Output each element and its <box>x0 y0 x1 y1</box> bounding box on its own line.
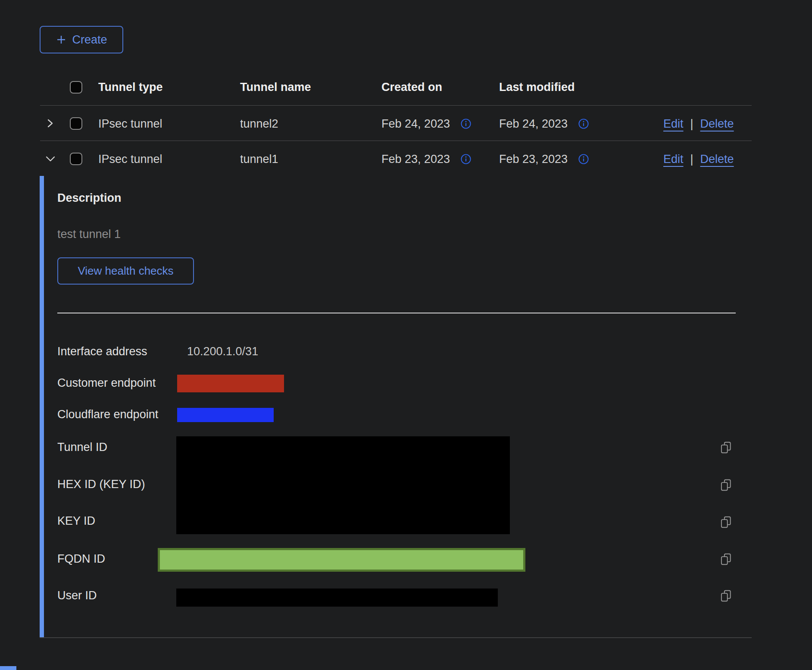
redaction-block-user-id <box>176 589 498 607</box>
column-header-tunnel-type: Tunnel type <box>98 80 163 94</box>
collapse-row-button[interactable] <box>44 153 56 166</box>
description-text: test tunnel 1 <box>57 228 121 241</box>
redaction-block-ids <box>176 436 510 534</box>
last-modified-value: Feb 23, 2023 <box>499 152 568 166</box>
info-icon[interactable] <box>578 153 589 165</box>
created-on-cell: Feb 23, 2023 <box>381 152 472 166</box>
copy-icon-user-id[interactable] <box>719 589 733 603</box>
chevron-right-icon <box>44 117 56 129</box>
field-label-key-id: KEY ID <box>57 514 95 528</box>
redaction-block-customer-endpoint <box>177 375 284 392</box>
field-label-customer-endpoint: Customer endpoint <box>57 376 156 390</box>
table-header: Tunnel type Tunnel name Created on Last … <box>40 69 752 106</box>
last-modified-cell: Feb 24, 2023 <box>499 117 589 131</box>
column-header-created-on: Created on <box>381 80 442 94</box>
column-header-last-modified: Last modified <box>499 80 575 94</box>
field-label-user-id: User ID <box>57 589 97 603</box>
field-label-tunnel-id: Tunnel ID <box>57 440 107 454</box>
action-separator: | <box>690 117 693 131</box>
last-modified-cell: Feb 23, 2023 <box>499 152 589 166</box>
expand-row-button[interactable] <box>44 117 56 130</box>
create-button[interactable]: Create <box>40 26 123 53</box>
copy-icon-hex-id[interactable] <box>719 478 733 492</box>
last-modified-value: Feb 24, 2023 <box>499 117 568 131</box>
redaction-block-fqdn-id <box>158 548 525 572</box>
created-on-value: Feb 24, 2023 <box>381 117 450 131</box>
delete-link[interactable]: Delete <box>700 152 734 166</box>
ipsec-tunnels-page: Create Tunnel type Tunnel name Created o… <box>0 0 812 670</box>
column-header-tunnel-name: Tunnel name <box>240 80 311 94</box>
view-health-checks-button[interactable]: View health checks <box>57 257 194 285</box>
row-checkbox[interactable] <box>70 117 82 130</box>
copy-icon-tunnel-id[interactable] <box>719 441 733 454</box>
create-button-label: Create <box>72 33 107 47</box>
table-row: IPsec tunnel tunnel1 Feb 23, 2023 Feb 23… <box>40 141 752 176</box>
info-icon[interactable] <box>578 118 589 129</box>
delete-link[interactable]: Delete <box>700 117 734 131</box>
expansion-indicator-bar <box>40 176 44 637</box>
redaction-block-cloudflare-endpoint <box>177 408 274 422</box>
field-value-interface-address: 10.200.1.0/31 <box>187 344 258 359</box>
row-checkbox[interactable] <box>70 153 82 165</box>
edit-link[interactable]: Edit <box>663 152 684 166</box>
tunnel-type-cell: IPsec tunnel <box>98 152 162 166</box>
copy-icon-fqdn-id[interactable] <box>719 552 733 566</box>
field-label-interface-address: Interface address <box>57 344 147 359</box>
table-row: IPsec tunnel tunnel2 Feb 24, 2023 Feb 24… <box>40 106 752 141</box>
row-actions: Edit | Delete <box>663 117 734 131</box>
expanded-tunnel-panel: Description test tunnel 1 View health ch… <box>40 176 752 638</box>
row-actions: Edit | Delete <box>663 152 734 166</box>
tunnel-name-cell: tunnel1 <box>240 152 278 166</box>
created-on-value: Feb 23, 2023 <box>381 152 450 166</box>
plus-icon <box>56 34 67 45</box>
copy-icon-key-id[interactable] <box>719 515 733 529</box>
description-heading: Description <box>57 191 122 205</box>
field-label-fqdn-id: FQDN ID <box>57 552 105 566</box>
info-icon[interactable] <box>460 153 472 165</box>
created-on-cell: Feb 24, 2023 <box>381 117 472 131</box>
select-all-checkbox[interactable] <box>70 81 82 94</box>
field-label-cloudflare-endpoint: Cloudflare endpoint <box>57 407 158 422</box>
tunnel-name-cell: tunnel2 <box>240 117 278 131</box>
chevron-down-icon <box>44 153 56 165</box>
clipped-scroll-indicator <box>0 666 16 670</box>
field-label-hex-id: HEX ID (KEY ID) <box>57 477 145 492</box>
panel-divider <box>57 313 736 313</box>
edit-link[interactable]: Edit <box>663 117 684 131</box>
action-separator: | <box>690 152 693 166</box>
info-icon[interactable] <box>460 118 472 129</box>
tunnel-type-cell: IPsec tunnel <box>98 117 162 131</box>
